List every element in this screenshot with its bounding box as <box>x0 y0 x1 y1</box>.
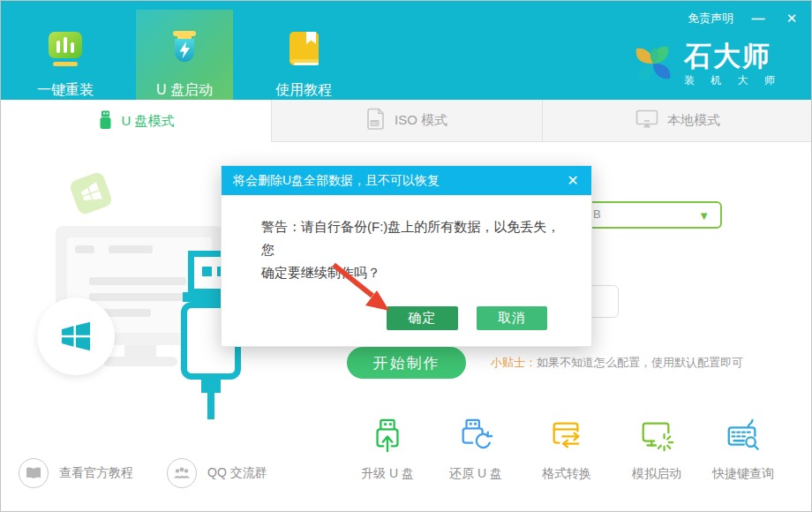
cancel-button[interactable]: 取消 <box>477 306 547 330</box>
monitor-icon <box>635 109 658 132</box>
usb-shield-icon <box>164 29 205 73</box>
app-window: 一键重装 U 盘启动 <box>0 0 812 512</box>
nav-label: 使用教程 <box>275 81 332 100</box>
windows-square-decoration <box>68 170 113 215</box>
dialog-titlebar: 将会删除U盘全部数据，且不可以恢复 ✕ <box>222 166 591 195</box>
tab-label: U 盘模式 <box>122 113 175 130</box>
chevron-down-icon: ▼ <box>698 209 710 222</box>
start-make-button[interactable]: 开始制作 <box>347 347 466 379</box>
iso-file-icon: ISO <box>366 108 386 133</box>
dialog-message-line2: 确定要继续制作吗？ <box>261 261 561 284</box>
book-icon <box>283 29 324 73</box>
confirm-button[interactable]: 确定 <box>387 306 458 330</box>
close-button[interactable]: ✕ <box>783 10 801 27</box>
footer-link-label: 查看官方教程 <box>59 465 133 481</box>
format-convert-icon <box>548 418 585 458</box>
tool-label: 升级 U 盘 <box>361 466 414 482</box>
tab-local-mode[interactable]: 本地模式 <box>542 100 812 142</box>
tab-label: 本地模式 <box>667 112 720 129</box>
hotkey-search-icon <box>725 418 762 458</box>
nav-item-usb-boot[interactable]: U 盘启动 <box>136 10 233 100</box>
logo-subtitle: 装 机 大 师 <box>684 73 782 88</box>
tip-label: 小贴士： <box>491 356 537 369</box>
delete-warning-dialog: 将会删除U盘全部数据，且不可以恢复 ✕ 警告：请自行备份(F:)盘上的所有数据，… <box>221 165 592 347</box>
usb-device-dropdown-value: B <box>593 207 601 221</box>
chart-bars-icon <box>45 29 86 73</box>
dialog-title: 将会删除U盘全部数据，且不可以恢复 <box>233 173 440 189</box>
nav-label: U 盘启动 <box>156 81 213 100</box>
official-tutorial-link[interactable]: 查看官方教程 <box>19 458 133 488</box>
tool-restore-usb[interactable]: 还原 U 盘 <box>433 418 518 482</box>
nav-label: 一键重装 <box>37 81 94 100</box>
simulate-boot-icon <box>638 418 675 458</box>
swirl-logo-icon <box>631 41 675 89</box>
tool-label: 还原 U 盘 <box>449 466 502 482</box>
tool-upgrade-usb[interactable]: 升级 U 盘 <box>345 418 430 482</box>
nav-item-tutorial[interactable]: 使用教程 <box>255 10 352 100</box>
footer-link-label: QQ 交流群 <box>207 465 267 481</box>
svg-text:ISO: ISO <box>371 122 379 126</box>
tab-iso-mode[interactable]: ISO ISO 模式 <box>271 100 542 142</box>
open-book-circle-icon <box>19 458 49 488</box>
brand-logo: 石大师 装 机 大 师 <box>631 41 782 89</box>
tool-label: 模拟启动 <box>632 466 681 482</box>
app-header: 一键重装 U 盘启动 <box>1 1 812 100</box>
usb-illustration-connector <box>201 378 221 393</box>
tool-simulate-boot[interactable]: 模拟启动 <box>614 418 699 482</box>
usb-restore-icon <box>457 418 494 458</box>
qq-group-link[interactable]: QQ 交流群 <box>167 458 267 488</box>
usb-illustration-cable <box>207 393 214 419</box>
nav-item-one-click-reinstall[interactable]: 一键重装 <box>17 10 114 100</box>
people-circle-icon <box>167 458 197 488</box>
dialog-close-icon[interactable]: ✕ <box>564 166 582 195</box>
tip-body: 如果不知道怎么配置，使用默认配置即可 <box>537 356 743 369</box>
minimize-button[interactable]: — <box>749 10 767 27</box>
tab-usb-mode[interactable]: U 盘模式 <box>1 100 271 142</box>
tool-hotkey-query[interactable]: 快捷键查询 <box>701 418 786 482</box>
usb-upgrade-icon <box>369 418 406 458</box>
tool-format-convert[interactable]: 格式转换 <box>524 418 609 482</box>
dialog-message: 警告：请自行备份(F:)盘上的所有数据，以免丢失，您 确定要继续制作吗？ <box>261 215 561 284</box>
usb-drive-icon <box>98 110 113 132</box>
monitor-base <box>103 357 177 366</box>
tip-text: 小贴士：如果不知道怎么配置，使用默认配置即可 <box>491 355 743 371</box>
logo-title: 石大师 <box>684 42 782 71</box>
mode-tabbar: U 盘模式 ISO ISO 模式 本地模式 <box>1 100 812 142</box>
dialog-message-line1: 警告：请自行备份(F:)盘上的所有数据，以免丢失，您 <box>261 215 561 261</box>
tool-label: 快捷键查询 <box>712 466 774 482</box>
monitor-stand <box>124 345 156 357</box>
windows-circle-badge <box>37 297 115 375</box>
tool-label: 格式转换 <box>542 466 591 482</box>
disclaimer-link[interactable]: 免责声明 <box>688 11 733 26</box>
tab-label: ISO 模式 <box>395 112 447 129</box>
